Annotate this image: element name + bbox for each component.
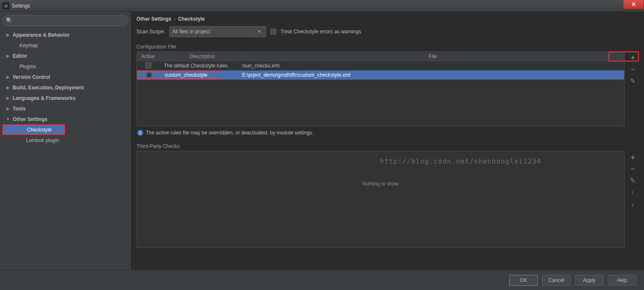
tree-label: Plugins <box>19 64 36 70</box>
info-icon: i <box>137 130 143 136</box>
move-down-button[interactable]: ↓ <box>628 199 638 209</box>
breadcrumb-current: Checkstyle <box>178 16 205 22</box>
third-party-panel: Nothing to show <box>136 151 625 248</box>
row-highlight-box: ✓ custom_checkstyle <box>137 71 221 79</box>
cancel-button[interactable]: Cancel <box>542 275 571 286</box>
scan-scope-value: All files in project <box>172 29 210 35</box>
settings-sidebar: 🔍 ▶Appearance & Behavior Keymap ▶Editor … <box>0 12 131 270</box>
tree-item-version-control[interactable]: ▶Version Control <box>3 72 128 82</box>
tree-item-languages[interactable]: ▶Languages & Frameworks <box>3 93 128 103</box>
config-table-header: Active Description File <box>137 52 624 61</box>
apply-button[interactable]: Apply <box>575 275 604 286</box>
expand-arrow-icon: ▶ <box>5 54 11 58</box>
config-file-panel: Active Description File The default Chec… <box>136 51 625 126</box>
breadcrumb-parent[interactable]: Other Settings <box>136 16 171 22</box>
window-title: Settings <box>12 3 30 9</box>
chevron-right-icon: › <box>174 16 176 22</box>
tree-item-checkstyle[interactable]: Checkstyle <box>3 124 65 135</box>
tree-item-tools[interactable]: ▶Tools <box>3 103 128 114</box>
active-cell[interactable] <box>137 62 160 70</box>
help-button[interactable]: Help <box>608 275 636 286</box>
window-close-button[interactable]: ✕ <box>623 0 644 9</box>
config-section-title: Configuration File <box>136 44 639 50</box>
tree-item-editor[interactable]: ▶Editor <box>3 51 128 61</box>
dialog-footer: OK Cancel Apply Help <box>0 270 644 290</box>
tree-item-appearance[interactable]: ▶Appearance & Behavior <box>3 30 128 40</box>
search-icon: 🔍 <box>6 17 13 24</box>
tree-label: Tools <box>13 106 26 112</box>
table-row[interactable]: ✓ custom_checkstyle E:\prject_demo\gmdht… <box>137 70 624 80</box>
config-note: i The active rules file may be overridde… <box>136 126 639 137</box>
add-config-button[interactable]: ＋ <box>628 52 638 62</box>
desc-cell: The default Checkstyle rules <box>160 63 241 69</box>
tree-label: Checkstyle <box>27 127 52 133</box>
third-party-empty: Nothing to show <box>137 151 624 187</box>
tree-label: Languages & Frameworks <box>13 95 75 101</box>
app-icon: IJ <box>3 3 9 9</box>
breadcrumb: Other Settings › Checkstyle <box>136 15 639 26</box>
tree-label: Build, Execution, Deployment <box>13 85 84 91</box>
tree-item-lombok[interactable]: Lombok plugin <box>3 135 128 145</box>
remove-config-button[interactable]: － <box>628 64 638 74</box>
move-up-button[interactable]: ↑ <box>628 187 638 197</box>
tree-label: Appearance & Behavior <box>13 32 69 38</box>
tree-item-keymap[interactable]: Keymap <box>3 40 128 51</box>
treat-warnings-checkbox[interactable] <box>270 29 276 35</box>
third-party-title: Third-Party Checks <box>136 143 639 149</box>
collapse-arrow-icon: ▼ <box>5 117 11 121</box>
tree-label: Keymap <box>19 43 38 48</box>
expand-arrow-icon: ▶ <box>5 96 11 100</box>
tree-label: Editor <box>13 53 27 59</box>
col-header-file[interactable]: File <box>241 54 624 59</box>
tree-item-plugins[interactable]: Plugins <box>3 61 128 72</box>
add-thirdparty-button[interactable]: ＋ <box>628 152 638 162</box>
file-cell: E:\prject_demo\gmdhtffc\custom_checkstyl… <box>221 72 624 78</box>
tree-label: Other Settings <box>13 116 48 122</box>
tree-label: Lombok plugin <box>26 137 59 143</box>
expand-arrow-icon: ▶ <box>5 85 11 90</box>
title-bar: IJ Settings ✕ <box>0 0 644 12</box>
col-header-description[interactable]: Description <box>160 54 241 59</box>
col-header-active[interactable]: Active <box>137 54 160 59</box>
chevron-down-icon: ▼ <box>255 30 263 34</box>
scan-scope-combobox[interactable]: All files in project ▼ <box>169 26 266 37</box>
tree-item-build[interactable]: ▶Build, Execution, Deployment <box>3 82 128 93</box>
settings-tree: ▶Appearance & Behavior Keymap ▶Editor Pl… <box>3 30 128 145</box>
settings-main-panel: Other Settings › Checkstyle Scan Scope: … <box>131 12 644 270</box>
ok-button[interactable]: OK <box>509 275 538 286</box>
row-active-checkbox[interactable]: ✓ <box>146 72 152 78</box>
tree-item-other-settings[interactable]: ▼Other Settings <box>3 114 128 124</box>
scan-scope-label: Scan Scope: <box>136 29 165 35</box>
config-note-text: The active rules file may be overridden,… <box>146 130 313 136</box>
edit-config-button[interactable]: ✎ <box>628 76 638 86</box>
row-active-checkbox[interactable] <box>145 62 151 68</box>
expand-arrow-icon: ▶ <box>5 106 11 111</box>
table-row[interactable]: The default Checkstyle rules /sun_checks… <box>137 61 624 70</box>
expand-arrow-icon: ▶ <box>5 75 11 79</box>
expand-arrow-icon: ▶ <box>5 32 11 37</box>
treat-warnings-label: Treat Checkstyle errors as warnings <box>281 29 361 35</box>
remove-thirdparty-button[interactable]: － <box>628 164 638 174</box>
tree-label: Version Control <box>13 74 50 80</box>
file-cell: /sun_checks.xml <box>241 63 624 69</box>
settings-search-input[interactable] <box>3 15 128 26</box>
desc-cell: custom_checkstyle <box>160 72 207 78</box>
edit-thirdparty-button[interactable]: ✎ <box>628 175 638 185</box>
